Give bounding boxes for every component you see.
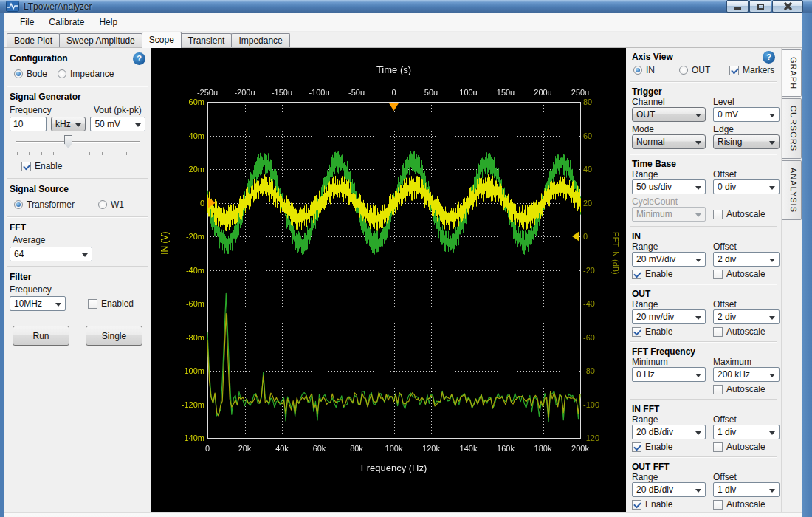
- out-enable-checkbox[interactable]: Enable: [632, 326, 706, 337]
- out-autoscale-checkbox[interactable]: Autoscale: [713, 326, 780, 337]
- fft-maximum-combobox[interactable]: 200 kHz: [713, 367, 780, 382]
- trigger-title: Trigger: [632, 86, 662, 97]
- slider-thumb[interactable]: [64, 135, 72, 148]
- tab-transient[interactable]: Transient: [181, 33, 233, 47]
- side-tab-graph[interactable]: GRAPH: [782, 49, 802, 97]
- separator: [7, 266, 148, 267]
- close-icon: [784, 2, 792, 10]
- in-autoscale-checkbox[interactable]: Autoscale: [713, 269, 780, 279]
- frequency-label: Frequency: [10, 105, 89, 115]
- tab-sweep-amplitude[interactable]: Sweep Amplitude: [59, 33, 142, 47]
- run-button[interactable]: Run: [13, 326, 69, 346]
- time-base-range-combobox[interactable]: 50 us/div: [632, 179, 706, 194]
- signal-generator-title: Signal Generator: [10, 91, 81, 103]
- out-range-combobox[interactable]: 20 mv/div: [632, 309, 706, 324]
- radio-w1[interactable]: W1: [98, 199, 124, 210]
- enable-checkbox[interactable]: Enable: [21, 161, 62, 171]
- maximize-icon: [757, 4, 764, 10]
- out-offset-combobox[interactable]: 2 div: [713, 309, 780, 324]
- section-fft: FFT Average 64: [4, 220, 151, 264]
- scope-canvas[interactable]: [151, 48, 626, 485]
- radio-axis-in[interactable]: IN: [633, 65, 675, 75]
- axis-view-title: Axis View: [632, 51, 673, 64]
- in-range-combobox[interactable]: 20 mV/div: [632, 252, 706, 267]
- filter-enabled-checkbox[interactable]: Enabled: [88, 298, 134, 309]
- section-axis-view: Axis View ? IN OUT: [626, 49, 781, 79]
- section-in-fft: IN FFT Range Offset 20 dB/div 1 div Enab…: [626, 403, 781, 454]
- radio-w1-control: [98, 200, 107, 209]
- out-fft-range-combobox[interactable]: 20 dB/div: [632, 482, 706, 497]
- fft-frequency-title: FFT Frequency: [632, 346, 695, 357]
- menu-item-calibrate[interactable]: Calibrate: [41, 14, 92, 30]
- help-icon[interactable]: ?: [763, 51, 775, 64]
- minimize-button[interactable]: [726, 0, 749, 13]
- in-enable-checkbox[interactable]: Enable: [632, 269, 706, 279]
- out-fft-enable-control: [632, 500, 641, 510]
- tab-impedance[interactable]: Impedance: [231, 33, 289, 47]
- out-fft-enable-checkbox[interactable]: Enable: [632, 499, 706, 510]
- side-tab-cursors[interactable]: CURSORS: [782, 98, 802, 159]
- tab-bode-plot[interactable]: Bode Plot: [7, 33, 60, 47]
- side-tab-analysis[interactable]: ANALYSIS: [782, 160, 802, 220]
- separator: [630, 81, 777, 83]
- configuration-title: Configuration: [10, 52, 68, 65]
- in-offset-label: Offset: [713, 242, 780, 252]
- separator: [630, 284, 777, 285]
- in-fft-enable-control: [632, 442, 641, 452]
- in-range-label: Range: [632, 242, 706, 252]
- time-base-autoscale-control: [713, 210, 723, 219]
- fft-frequency-autoscale-checkbox[interactable]: Autoscale: [713, 384, 780, 394]
- out-offset-label: Offset: [713, 299, 780, 309]
- radio-axis-out-control: [679, 66, 688, 75]
- single-button[interactable]: Single: [86, 326, 142, 346]
- in-fft-autoscale-checkbox[interactable]: Autoscale: [713, 442, 780, 452]
- frequency-input[interactable]: [10, 117, 47, 131]
- in-fft-offset-combobox[interactable]: 1 div: [713, 425, 780, 439]
- average-combobox[interactable]: 64: [10, 247, 92, 261]
- separator: [630, 154, 777, 155]
- out-fft-autoscale-checkbox[interactable]: Autoscale: [713, 499, 780, 510]
- section-time-base: Time Base Range Offset 50 us/div 0 div C…: [626, 157, 781, 224]
- in-fft-enable-checkbox[interactable]: Enable: [632, 442, 706, 452]
- time-base-autoscale-checkbox[interactable]: Autoscale: [713, 209, 780, 219]
- time-base-offset-combobox[interactable]: 0 div: [713, 179, 780, 194]
- menu-item-file[interactable]: File: [13, 14, 41, 30]
- radio-impedance-control: [58, 69, 66, 78]
- trigger-level-combobox[interactable]: 0 mV: [713, 107, 780, 122]
- in-fft-range-combobox[interactable]: 20 dB/div: [632, 425, 706, 439]
- trigger-channel-combobox[interactable]: OUT: [632, 107, 706, 122]
- cyclecount-label: CycleCount: [632, 196, 706, 207]
- titlebar[interactable]: LTpowerAnalyzer: [0, 0, 812, 13]
- radio-axis-out[interactable]: OUT: [679, 65, 725, 75]
- frequency-unit-combobox[interactable]: kHz: [51, 117, 86, 131]
- menu-item-help[interactable]: Help: [92, 14, 125, 30]
- radio-impedance[interactable]: Impedance: [58, 69, 114, 79]
- in-fft-autoscale-control: [713, 442, 723, 452]
- time-base-offset-label: Offset: [713, 169, 780, 179]
- markers-checkbox[interactable]: Markers: [729, 65, 774, 75]
- fft-minimum-combobox[interactable]: 0 Hz: [632, 367, 706, 382]
- menubar: File Calibrate Help: [4, 13, 802, 32]
- section-signal-generator: Signal Generator Frequency Vout (pk-pk) …: [4, 89, 151, 176]
- trigger-mode-label: Mode: [632, 124, 706, 134]
- frequency-slider[interactable]: [14, 134, 141, 157]
- close-button[interactable]: [772, 0, 803, 13]
- radio-transformer-control: [14, 200, 23, 209]
- trigger-edge-combobox[interactable]: Rising: [713, 134, 780, 149]
- out-fft-offset-combobox[interactable]: 1 div: [713, 482, 780, 497]
- filter-frequency-combobox[interactable]: 10MHz: [10, 296, 66, 311]
- vout-combobox[interactable]: 50 mV: [90, 117, 145, 131]
- in-offset-combobox[interactable]: 2 div: [713, 252, 780, 267]
- tabstrip: Bode Plot Sweep Amplitude Scope Transien…: [4, 32, 802, 48]
- separator: [7, 216, 148, 218]
- in-autoscale-control: [713, 270, 723, 279]
- maximize-button[interactable]: [749, 0, 771, 13]
- tab-scope[interactable]: Scope: [142, 32, 182, 48]
- separator: [7, 178, 148, 179]
- section-configuration: Configuration ? Bode Impedance: [4, 51, 151, 83]
- radio-bode[interactable]: Bode: [14, 69, 47, 79]
- help-icon[interactable]: ?: [133, 52, 145, 65]
- radio-transformer[interactable]: Transformer: [14, 199, 94, 210]
- trigger-mode-combobox[interactable]: Normal: [632, 134, 706, 149]
- app-icon: [6, 1, 19, 12]
